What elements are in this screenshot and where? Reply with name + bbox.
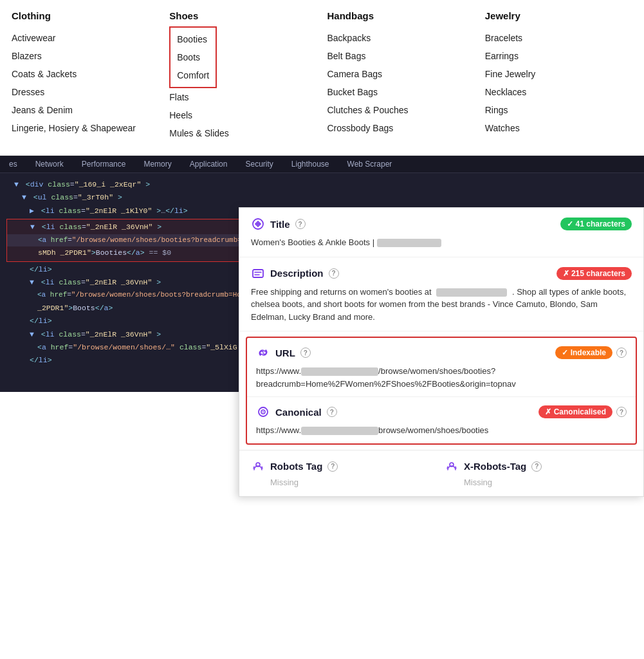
title-badge-text: ✓ 41 characters — [567, 219, 625, 228]
nav-item-coats[interactable]: Coats & Jackets — [12, 65, 159, 83]
nav-item-lingerie[interactable]: Lingerie, Hosiery & Shapewear — [12, 119, 159, 137]
url-badge-help-icon[interactable]: ? — [616, 348, 627, 358]
devtools-tab-es[interactable]: es — [0, 156, 26, 172]
seo-url-canonical-box: URL ? ✓ Indexable ? https://www./browse/… — [246, 337, 637, 445]
navigation-area: Clothing Activewear Blazers Coats & Jack… — [0, 0, 644, 156]
seo-xrobots-value: Missing — [445, 478, 632, 487]
desc-badge: ✗ 215 characters — [557, 267, 632, 280]
desc-text-prefix: Free shipping and returns on women's boo… — [251, 287, 432, 297]
nav-col-handbags: Handbags Backpacks Belt Bags Camera Bags… — [322, 10, 480, 142]
seo-xrobots-header: X-Robots-Tag ? — [445, 459, 632, 474]
description-icon — [251, 266, 265, 281]
nav-item-bracelets[interactable]: Bracelets — [485, 29, 632, 47]
nav-item-mules[interactable]: Mules & Slides — [169, 124, 317, 142]
url-icon — [256, 346, 270, 360]
seo-robots-header: Robots Tag ? — [251, 459, 438, 474]
seo-url-section: URL ? ✓ Indexable ? https://www./browse/… — [247, 338, 636, 397]
nav-item-crossbody[interactable]: Crossbody Bags — [327, 119, 475, 137]
seo-desc-left: Description ? — [251, 266, 339, 281]
nav-item-earrings[interactable]: Earrings — [485, 47, 632, 65]
code-line-1: ▼ <div class="_169_i _2xEqr" > — [6, 178, 638, 191]
devtools-tab-webscraper[interactable]: Web Scraper — [338, 156, 401, 172]
nav-col-clothing: Clothing Activewear Blazers Coats & Jack… — [6, 10, 164, 142]
seo-robots-section: Robots Tag ? Missing — [251, 459, 438, 487]
expand-arrow-1[interactable]: ▼ — [14, 180, 19, 189]
canonical-badge: ✗ Canonicalised — [538, 405, 612, 418]
nav-item-necklaces[interactable]: Necklaces — [485, 83, 632, 101]
nav-header-jewelry: Jewelry — [485, 10, 632, 21]
seo-robots-label: Robots Tag — [270, 461, 322, 472]
seo-url-header: URL ? ✓ Indexable ? — [256, 346, 627, 360]
title-redacted — [377, 239, 441, 247]
x-robots-icon — [445, 459, 459, 474]
nav-header-shoes: Shoes — [169, 10, 317, 21]
desc-redacted — [436, 288, 507, 297]
url-prefix: https://www. — [256, 366, 301, 376]
nav-item-heels[interactable]: Heels — [169, 106, 317, 124]
devtools-tab-memory[interactable]: Memory — [134, 156, 180, 172]
expand-arrow-3[interactable]: ▶ — [30, 207, 34, 215]
robots-icon — [251, 459, 265, 474]
canonical-help-icon[interactable]: ? — [327, 407, 337, 417]
robots-help-icon[interactable]: ? — [327, 461, 338, 472]
nav-item-fine-jewelry[interactable]: Fine Jewelry — [485, 65, 632, 83]
title-text-prefix: Women's Booties & Ankle Boots | — [251, 237, 377, 247]
seo-title-content: Women's Booties & Ankle Boots | — [251, 236, 632, 249]
seo-title-header: Title ? ✓ 41 characters — [251, 217, 632, 231]
devtools-tab-network[interactable]: Network — [26, 156, 73, 172]
nav-item-blazers[interactable]: Blazers — [12, 47, 159, 65]
xrobots-help-icon[interactable]: ? — [531, 461, 542, 472]
desc-help-icon[interactable]: ? — [329, 268, 339, 279]
url-badge-text: ✓ Indexable — [562, 348, 606, 357]
expand-arrow-6[interactable]: ▼ — [30, 278, 34, 286]
title-help-icon[interactable]: ? — [295, 219, 306, 229]
canonical-redacted — [301, 427, 378, 435]
url-help-icon[interactable]: ? — [300, 348, 311, 358]
nav-item-watches[interactable]: Watches — [485, 119, 632, 137]
seo-xrobots-section: X-Robots-Tag ? Missing — [445, 459, 632, 487]
seo-description-section: Description ? ✗ 215 characters Free ship… — [239, 257, 643, 332]
nav-col-jewelry: Jewelry Bracelets Earrings Fine Jewelry … — [480, 10, 638, 142]
seo-desc-header: Description ? ✗ 215 characters — [251, 266, 632, 281]
nav-item-rings[interactable]: Rings — [485, 101, 632, 119]
seo-desc-label: Description — [270, 268, 324, 279]
nav-item-backpacks[interactable]: Backpacks — [327, 29, 475, 47]
nav-header-clothing: Clothing — [12, 10, 159, 21]
expand-arrow-2[interactable]: ▼ — [22, 193, 26, 201]
seo-xrobots-label: X-Robots-Tag — [464, 461, 526, 472]
expand-arrow-8[interactable]: ▼ — [30, 330, 34, 339]
canonical-badge-help-icon[interactable]: ? — [616, 407, 627, 417]
nav-item-boots[interactable]: Boots — [177, 48, 209, 66]
seo-title-label: Title — [270, 219, 290, 230]
expand-arrow-4[interactable]: ▼ — [30, 223, 35, 231]
seo-url-label: URL — [275, 348, 295, 358]
devtools-tab-lighthouse[interactable]: Lighthouse — [282, 156, 338, 172]
seo-canonical-section: Canonical ? ✗ Canonicalised ? https://ww… — [247, 397, 636, 443]
nav-item-bucket-bags[interactable]: Bucket Bags — [327, 83, 475, 101]
shoes-highlighted-box: Booties Boots Comfort — [169, 26, 217, 88]
nav-item-belt-bags[interactable]: Belt Bags — [327, 47, 475, 65]
seo-title-section: Title ? ✓ 41 characters Women's Booties … — [239, 208, 643, 257]
nav-item-flats[interactable]: Flats — [169, 88, 317, 106]
nav-col-shoes: Shoes Booties Boots Comfort Flats Heels … — [164, 10, 322, 142]
canonical-icon — [256, 405, 270, 419]
devtools-tab-security[interactable]: Security — [236, 156, 282, 172]
devtools-tab-performance[interactable]: Performance — [73, 156, 135, 172]
seo-canonical-label: Canonical — [275, 407, 322, 418]
svg-rect-2 — [253, 270, 263, 277]
seo-url-left: URL ? — [256, 346, 311, 360]
desc-badge-text: ✗ 215 characters — [563, 269, 625, 278]
devtools-tab-application[interactable]: Application — [181, 156, 237, 172]
code-line-2: ▼ <ul class="_3rT0h" > — [6, 191, 638, 204]
nav-item-dresses[interactable]: Dresses — [12, 83, 159, 101]
title-badge: ✓ 41 characters — [560, 218, 632, 230]
nav-item-booties[interactable]: Booties — [177, 30, 209, 48]
url-redacted — [301, 367, 378, 376]
nav-item-comfort[interactable]: Comfort — [177, 66, 209, 84]
seo-bottom-area: Robots Tag ? Missing — [239, 450, 643, 496]
url-badge: ✓ Indexable — [555, 346, 612, 359]
nav-item-camera-bags[interactable]: Camera Bags — [327, 65, 475, 83]
nav-item-clutches[interactable]: Clutches & Pouches — [327, 101, 475, 119]
nav-item-jeans[interactable]: Jeans & Denim — [12, 101, 159, 119]
nav-item-activewear[interactable]: Activewear — [12, 29, 159, 47]
